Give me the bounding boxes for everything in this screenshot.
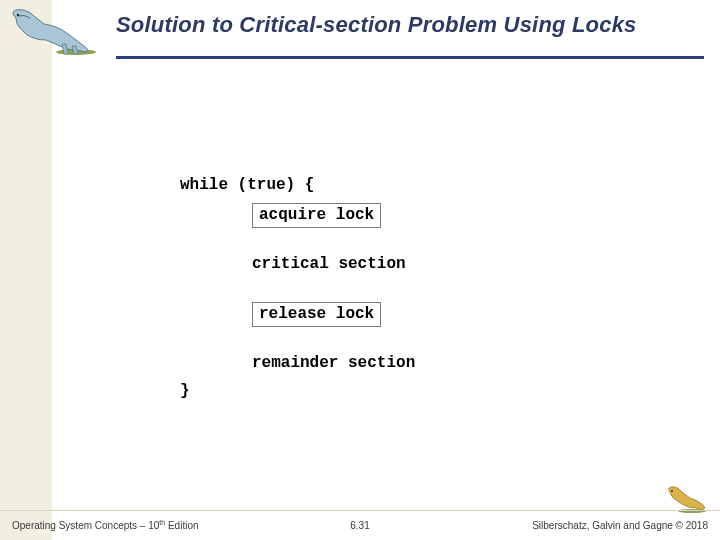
code-acquire-box: acquire lock bbox=[252, 203, 381, 229]
code-line-while: while (true) { bbox=[180, 175, 600, 197]
footer-page-number: 6.31 bbox=[0, 520, 720, 531]
slide: Solution to Critical-section Problem Usi… bbox=[0, 0, 720, 540]
footer: 6.31 Operating System Concepts – 10th Ed… bbox=[0, 510, 720, 540]
slide-title: Solution to Critical-section Problem Usi… bbox=[116, 12, 706, 38]
left-accent-stripe bbox=[0, 0, 52, 540]
code-remainder: remainder section bbox=[252, 353, 600, 375]
code-line-close: } bbox=[180, 381, 600, 403]
svg-point-3 bbox=[671, 490, 673, 492]
code-content: while (true) { acquire lock critical sec… bbox=[180, 175, 600, 403]
header: Solution to Critical-section Problem Usi… bbox=[0, 0, 720, 70]
code-critical: critical section bbox=[252, 254, 600, 276]
svg-point-1 bbox=[17, 14, 19, 16]
code-release-box: release lock bbox=[252, 302, 381, 328]
dinosaur-logo-icon bbox=[6, 6, 98, 56]
title-underline bbox=[116, 56, 704, 59]
